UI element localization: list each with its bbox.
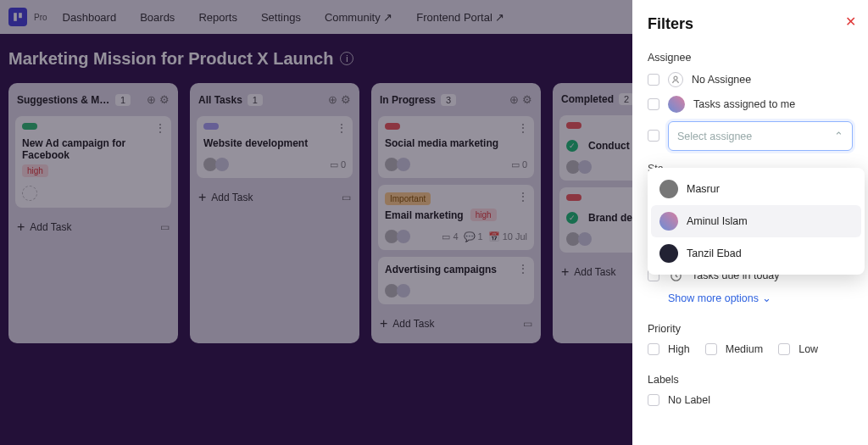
show-more-link[interactable]: Show more options⌄ (668, 292, 771, 304)
filter-no-label[interactable]: No Label (648, 394, 853, 406)
filter-priority-medium[interactable]: Medium (705, 343, 763, 355)
person-icon (668, 72, 683, 87)
assignee-option[interactable]: Masrur (651, 173, 861, 205)
filter-label: High (668, 343, 690, 355)
filters-panel: Filters ✕ Assignee No Assignee Tasks ass… (632, 0, 868, 445)
filter-priority-low[interactable]: Low (778, 343, 818, 355)
priority-heading: Priority (648, 323, 853, 335)
checkbox[interactable] (778, 343, 790, 355)
filter-no-assignee[interactable]: No Assignee (648, 72, 853, 87)
svg-point-4 (674, 76, 677, 80)
close-icon[interactable]: ✕ (845, 14, 856, 30)
avatar (659, 212, 678, 231)
chevron-down-icon: ⌄ (762, 292, 771, 304)
filter-label: No Label (668, 394, 710, 406)
checkbox[interactable] (648, 98, 659, 110)
assignee-select[interactable]: Select assignee ⌃ (668, 121, 853, 151)
assignee-option[interactable]: Aminul Islam (651, 205, 861, 237)
filter-assigned-to-me[interactable]: Tasks assigned to me (648, 96, 853, 113)
filter-label: Low (798, 343, 818, 355)
avatar (668, 96, 685, 113)
checkbox[interactable] (648, 394, 659, 406)
checkbox[interactable] (648, 343, 659, 355)
labels-heading: Labels (648, 374, 853, 386)
checkbox[interactable] (648, 74, 659, 86)
avatar (659, 244, 678, 263)
checkbox[interactable] (648, 130, 659, 142)
filter-label: Tasks assigned to me (693, 98, 795, 110)
option-label: Masrur (687, 183, 720, 195)
checkbox[interactable] (705, 343, 717, 355)
option-label: Aminul Islam (687, 215, 748, 227)
assignee-heading: Assignee (648, 52, 853, 64)
select-placeholder: Select assignee (677, 131, 752, 142)
filter-priority-high[interactable]: High (648, 343, 690, 355)
option-label: Tanzil Ebad (687, 248, 742, 259)
filter-label: No Assignee (692, 74, 751, 86)
avatar (659, 180, 678, 198)
assignee-option[interactable]: Tanzil Ebad (651, 237, 861, 270)
filter-label: Medium (726, 343, 763, 355)
chevron-up-icon: ⌃ (834, 130, 843, 142)
filter-select-assignee-row: Select assignee ⌃ (648, 121, 853, 151)
filters-title: Filters (648, 15, 853, 33)
assignee-dropdown: Masrur Aminul Islam Tanzil Ebad (648, 168, 865, 275)
